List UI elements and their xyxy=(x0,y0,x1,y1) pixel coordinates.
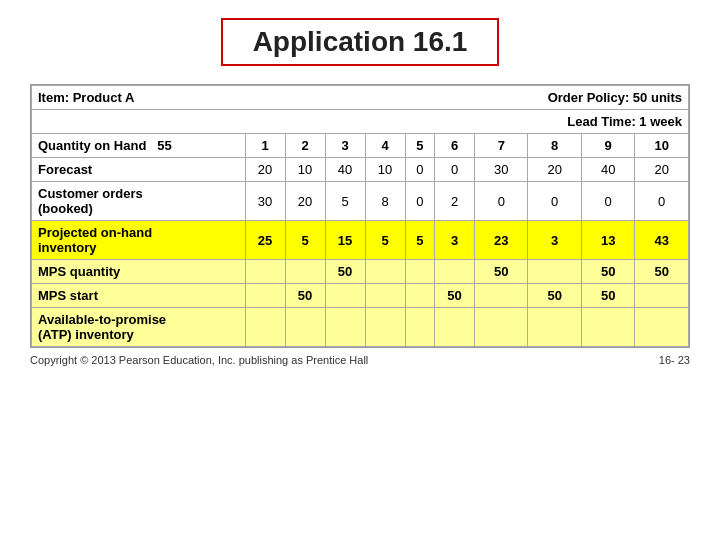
col-3: 3 xyxy=(325,134,365,158)
mpsq-1 xyxy=(245,260,285,284)
mpsq-9: 50 xyxy=(581,260,634,284)
mpsq-2 xyxy=(285,260,325,284)
co-10: 0 xyxy=(635,182,689,221)
mps-qty-label: MPS quantity xyxy=(32,260,246,284)
forecast-2: 10 xyxy=(285,158,325,182)
mpsq-3: 50 xyxy=(325,260,365,284)
col-10: 10 xyxy=(635,134,689,158)
qty-header-row: Quantity on Hand 55 1 2 3 4 5 6 7 8 9 10 xyxy=(32,134,689,158)
forecast-3: 40 xyxy=(325,158,365,182)
lead-time-row: Lead Time: 1 week xyxy=(32,110,689,134)
proj-1: 25 xyxy=(245,221,285,260)
mpss-1 xyxy=(245,284,285,308)
forecast-6: 0 xyxy=(435,158,475,182)
atp-9 xyxy=(581,308,634,347)
customer-orders-label: Customer orders(booked) xyxy=(32,182,246,221)
proj-8: 3 xyxy=(528,221,581,260)
mpss-9: 50 xyxy=(581,284,634,308)
mpss-5 xyxy=(405,284,434,308)
mpss-4 xyxy=(365,284,405,308)
atp-row: Available-to-promise(ATP) inventory xyxy=(32,308,689,347)
atp-7 xyxy=(475,308,528,347)
atp-6 xyxy=(435,308,475,347)
forecast-label: Forecast xyxy=(32,158,246,182)
atp-3 xyxy=(325,308,365,347)
mpsq-10: 50 xyxy=(635,260,689,284)
title-area: Application 16.1 xyxy=(0,0,720,76)
co-9: 0 xyxy=(581,182,634,221)
main-table: Item: Product A Order Policy: 50 units L… xyxy=(31,85,689,347)
col-6: 6 xyxy=(435,134,475,158)
mps-start-row: MPS start 50 50 50 50 xyxy=(32,284,689,308)
forecast-row: Forecast 20 10 40 10 0 0 30 20 40 20 xyxy=(32,158,689,182)
customer-orders-row: Customer orders(booked) 30 20 5 8 0 2 0 … xyxy=(32,182,689,221)
mpss-2: 50 xyxy=(285,284,325,308)
page-number: 16- 23 xyxy=(659,354,690,366)
forecast-7: 30 xyxy=(475,158,528,182)
table-container: Item: Product A Order Policy: 50 units L… xyxy=(30,84,690,348)
col-8: 8 xyxy=(528,134,581,158)
forecast-5: 0 xyxy=(405,158,434,182)
mpsq-6 xyxy=(435,260,475,284)
order-policy-label: Order Policy: 50 units xyxy=(475,86,689,110)
proj-4: 5 xyxy=(365,221,405,260)
mpsq-5 xyxy=(405,260,434,284)
proj-5: 5 xyxy=(405,221,434,260)
mpsq-7: 50 xyxy=(475,260,528,284)
proj-7: 23 xyxy=(475,221,528,260)
col-5: 5 xyxy=(405,134,434,158)
co-6: 2 xyxy=(435,182,475,221)
col-4: 4 xyxy=(365,134,405,158)
item-label: Item: Product A xyxy=(32,86,475,110)
atp-1 xyxy=(245,308,285,347)
proj-9: 13 xyxy=(581,221,634,260)
footer: Copyright © 2013 Pearson Education, Inc.… xyxy=(30,354,690,366)
projected-label: Projected on-handinventory xyxy=(32,221,246,260)
mpsq-8 xyxy=(528,260,581,284)
co-3: 5 xyxy=(325,182,365,221)
atp-2 xyxy=(285,308,325,347)
forecast-4: 10 xyxy=(365,158,405,182)
co-2: 20 xyxy=(285,182,325,221)
forecast-1: 20 xyxy=(245,158,285,182)
col-2: 2 xyxy=(285,134,325,158)
lead-time-label: Lead Time: 1 week xyxy=(32,110,689,134)
forecast-9: 40 xyxy=(581,158,634,182)
co-4: 8 xyxy=(365,182,405,221)
proj-2: 5 xyxy=(285,221,325,260)
mpss-6: 50 xyxy=(435,284,475,308)
forecast-10: 20 xyxy=(635,158,689,182)
atp-4 xyxy=(365,308,405,347)
mpss-10 xyxy=(635,284,689,308)
title-box: Application 16.1 xyxy=(221,18,500,66)
co-8: 0 xyxy=(528,182,581,221)
mpss-7 xyxy=(475,284,528,308)
copyright-text: Copyright © 2013 Pearson Education, Inc.… xyxy=(30,354,368,366)
atp-label: Available-to-promise(ATP) inventory xyxy=(32,308,246,347)
page-title: Application 16.1 xyxy=(253,26,468,57)
mpss-3 xyxy=(325,284,365,308)
mpss-8: 50 xyxy=(528,284,581,308)
proj-3: 15 xyxy=(325,221,365,260)
mps-start-label: MPS start xyxy=(32,284,246,308)
item-order-row: Item: Product A Order Policy: 50 units xyxy=(32,86,689,110)
forecast-8: 20 xyxy=(528,158,581,182)
mpsq-4 xyxy=(365,260,405,284)
col-9: 9 xyxy=(581,134,634,158)
proj-6: 3 xyxy=(435,221,475,260)
co-7: 0 xyxy=(475,182,528,221)
projected-row: Projected on-handinventory 25 5 15 5 5 3… xyxy=(32,221,689,260)
col-1: 1 xyxy=(245,134,285,158)
qty-on-hand-label: Quantity on Hand 55 xyxy=(32,134,246,158)
col-7: 7 xyxy=(475,134,528,158)
co-5: 0 xyxy=(405,182,434,221)
co-1: 30 xyxy=(245,182,285,221)
proj-10: 43 xyxy=(635,221,689,260)
mps-qty-row: MPS quantity 50 50 50 50 xyxy=(32,260,689,284)
atp-8 xyxy=(528,308,581,347)
atp-5 xyxy=(405,308,434,347)
atp-10 xyxy=(635,308,689,347)
